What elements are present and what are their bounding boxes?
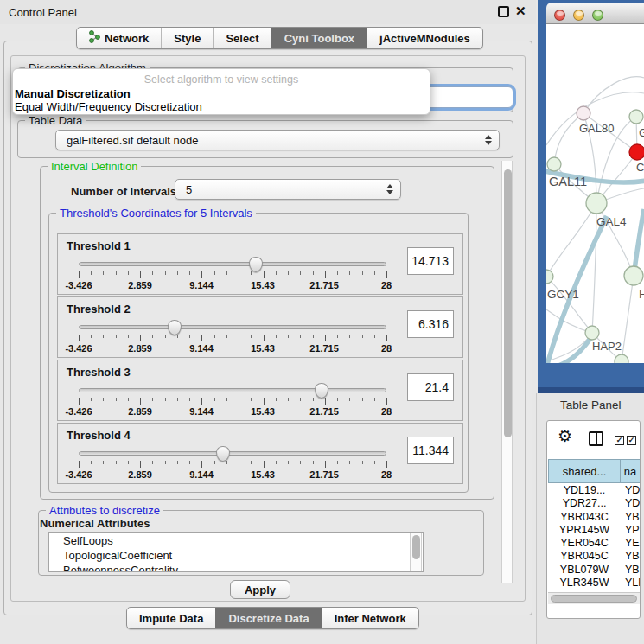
table-row[interactable]: YBR045CYBR0: [548, 550, 641, 563]
control-panel-tabbar: Network Style Select Cyni Toolbox jActiv…: [76, 27, 483, 49]
tab-impute-data[interactable]: Impute Data: [127, 608, 215, 628]
slider-ticks: [79, 398, 386, 405]
number-of-intervals-label: Number of Intervals: [71, 185, 176, 198]
tick-label: -3.426: [65, 406, 92, 417]
threshold-slider[interactable]: [79, 388, 386, 392]
table-row[interactable]: YDL19...YDL1: [548, 484, 641, 497]
table-row[interactable]: YER054CYER0: [548, 537, 641, 550]
threshold-row: Threshold 3 -3.426 2.859 9.144 15.43 21.…: [57, 360, 463, 421]
threshold-slider[interactable]: [79, 325, 386, 329]
tab-discretize-data[interactable]: Discretize Data: [215, 608, 321, 628]
slider-ticks: [79, 271, 386, 278]
node-hap2[interactable]: [585, 326, 599, 340]
tab-infer-network[interactable]: Infer Network: [322, 608, 418, 628]
tick-label: 15.43: [251, 343, 275, 354]
tick-label: 15.43: [251, 469, 275, 480]
column-header-shared[interactable]: shared...: [548, 459, 621, 483]
table-row[interactable]: YDR27...YDR2: [548, 497, 641, 510]
network-window-titlebar[interactable]: [546, 3, 644, 24]
table-hscrollbar-track[interactable]: [548, 592, 641, 604]
list-item[interactable]: TopologicalCoefficient: [49, 548, 423, 563]
zoom-traffic-light-icon[interactable]: [592, 10, 603, 21]
node-selected-red[interactable]: [629, 144, 644, 160]
checkbox-icon[interactable]: ✓: [615, 436, 624, 445]
close-traffic-light-icon[interactable]: [554, 10, 565, 21]
threshold-slider[interactable]: [79, 451, 386, 456]
table-panel-title: Table Panel: [560, 399, 622, 411]
tick-label: 2.859: [128, 343, 152, 354]
slider-thumb[interactable]: [216, 446, 230, 462]
tick-label: 21.715: [309, 469, 339, 480]
tab-label: Infer Network: [335, 612, 406, 625]
list-item[interactable]: SelfLoops: [49, 533, 423, 548]
settings-vscrollbar-track[interactable]: [501, 161, 513, 583]
table-hscrollbar-thumb[interactable]: [551, 595, 637, 603]
checkbox-icon[interactable]: ✓: [627, 436, 636, 445]
tab-label: Network: [105, 32, 149, 45]
number-of-intervals-combobox[interactable]: 5: [175, 179, 401, 200]
screen: Control Panel ✕ Network Style Select Cyn…: [0, 0, 644, 644]
threshold-value-input[interactable]: [407, 373, 454, 401]
threshold-value-input[interactable]: [407, 437, 454, 464]
node-ga[interactable]: [629, 110, 643, 124]
threshold-row: Threshold 4 -3.426 2.859 9.144 15.43 21.…: [57, 423, 463, 484]
attributes-vscrollbar-thumb[interactable]: [412, 535, 420, 559]
node-gcy1[interactable]: [546, 270, 553, 284]
threshold-slider[interactable]: [79, 262, 386, 266]
split-view-icon[interactable]: [589, 431, 603, 446]
node-label: GAL4: [596, 215, 627, 228]
threshold-row: Threshold 1 -3.426 2.859 9.144 15.43 21.…: [57, 233, 463, 295]
network-icon: [89, 30, 100, 46]
node-label: HAP2: [592, 340, 622, 353]
table-row[interactable]: YIL052CYIL0: [548, 590, 641, 591]
table-data-group-title: Table Data: [25, 114, 86, 127]
attributes-vscrollbar-track[interactable]: [410, 533, 422, 571]
node-label: GCY1: [547, 288, 579, 301]
tab-cyni-toolbox[interactable]: Cyni Toolbox: [271, 28, 367, 48]
threshold-value-input[interactable]: [407, 247, 454, 275]
slider-thumb[interactable]: [315, 383, 328, 399]
table-row[interactable]: YBL079WYBL0: [548, 564, 641, 577]
apply-button[interactable]: Apply: [230, 580, 290, 599]
list-item[interactable]: BetweennessCentrality: [49, 563, 423, 572]
table-row[interactable]: YLR345WYLR3: [548, 577, 641, 590]
table-row[interactable]: YBR043CYBR0: [548, 511, 641, 524]
tick-label: 15.43: [251, 406, 275, 417]
minimize-traffic-light-icon[interactable]: [573, 10, 584, 21]
node-bottom[interactable]: [615, 354, 628, 363]
popup-option-manual-discretization[interactable]: Manual Discretization: [15, 87, 131, 100]
column-header-name[interactable]: na: [621, 459, 641, 483]
tab-style[interactable]: Style: [161, 28, 213, 48]
threshold-value-input[interactable]: [407, 310, 454, 338]
network-canvas[interactable]: GAL80 GA C GAL11 GAL4 GCY1 H HAP2: [546, 24, 644, 363]
tab-select[interactable]: Select: [213, 28, 271, 48]
gear-icon[interactable]: ⚙: [558, 428, 572, 444]
node-gal11[interactable]: [547, 157, 561, 171]
float-window-icon[interactable]: [498, 6, 509, 17]
settings-vscrollbar-thumb[interactable]: [504, 169, 512, 437]
close-icon[interactable]: ✕: [515, 3, 526, 19]
numerical-attributes-list[interactable]: SelfLoops TopologicalCoefficient Between…: [48, 532, 424, 572]
tab-label: jActiveMNodules: [379, 32, 470, 45]
tab-network[interactable]: Network: [77, 28, 161, 48]
node-h[interactable]: [624, 266, 643, 285]
table-row[interactable]: YPR145WYPR1: [548, 524, 641, 537]
node-label: C: [636, 161, 644, 174]
node-gal4[interactable]: [586, 193, 607, 214]
tab-jactivemnodules[interactable]: jActiveMNodules: [367, 28, 482, 48]
slider-thumb[interactable]: [249, 257, 263, 272]
table-data-combobox[interactable]: galFiltered.sif default node: [55, 130, 500, 150]
tick-label: -3.426: [65, 343, 92, 354]
slider-ticks: [79, 461, 386, 468]
popup-option-equal-width-frequency[interactable]: Equal Width/Frequency Discretization: [15, 100, 202, 113]
tick-label: 2.859: [128, 469, 152, 480]
table-header-row: shared... na: [548, 459, 641, 483]
node-label: GAL80: [579, 122, 614, 135]
slider-thumb[interactable]: [168, 320, 182, 335]
threshold-label: Threshold 1: [67, 239, 131, 252]
tick-label: 2.859: [128, 406, 152, 417]
tab-label: Style: [174, 32, 201, 45]
node-gal80[interactable]: [577, 106, 590, 120]
attributes-group-title: Attributes to discretize: [46, 504, 163, 517]
threshold-label: Threshold 4: [67, 429, 131, 442]
